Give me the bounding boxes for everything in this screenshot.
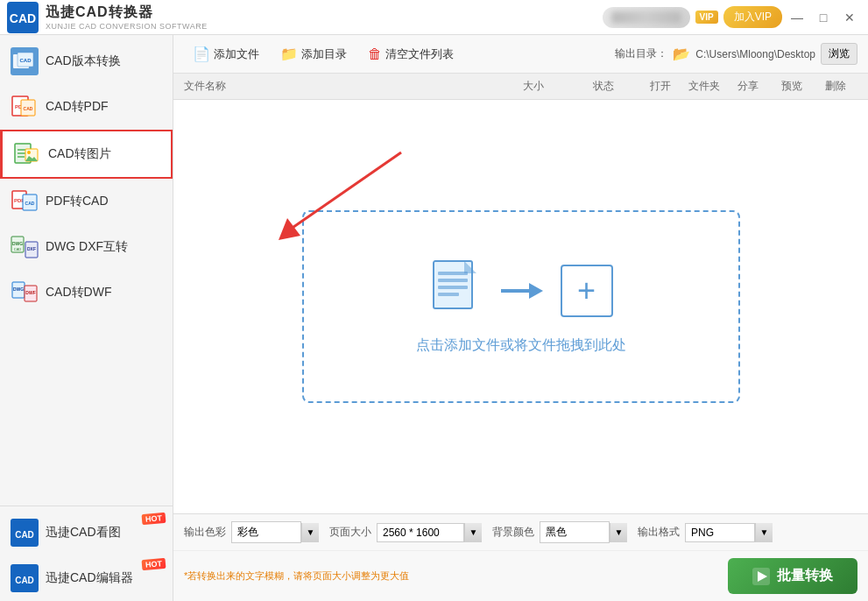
sidebar-item-dwg-dxf[interactable]: DWG CAD DXF DWG DXF互转 xyxy=(0,224,173,270)
cad-editor-icon: CAD xyxy=(11,564,39,592)
right-arrow-icon xyxy=(499,278,543,304)
col-preview-header: 预览 xyxy=(770,79,814,94)
output-format-value: PNG xyxy=(685,523,755,542)
svg-text:DWF: DWF xyxy=(25,290,35,295)
svg-rect-39 xyxy=(438,286,468,289)
add-file-icon: 📄 xyxy=(193,46,210,62)
sidebar-item-cad-editor[interactable]: CAD 迅捷CAD编辑器 HOT xyxy=(0,555,173,601)
col-folder-header: 文件夹 xyxy=(682,79,726,94)
bg-color-dropdown-arrow[interactable]: ▼ xyxy=(610,523,627,542)
plus-icon: + xyxy=(577,275,596,307)
dwg-dxf-icon: DWG CAD DXF xyxy=(11,233,39,261)
bg-color-select[interactable]: 黑色 ▼ xyxy=(540,521,627,543)
hint-text: *若转换出来的文字模糊，请将页面大小调整为更大值 xyxy=(184,569,409,583)
color-setting-group: 输出色彩 彩色 ▼ xyxy=(184,521,319,543)
sidebar-item-cad-viewer[interactable]: CAD 迅捷CAD看图 HOT xyxy=(0,510,173,555)
cad-viewer-icon: CAD xyxy=(11,519,39,547)
bottom-action: *若转换出来的文字模糊，请将页面大小调整为更大值 批量转换 xyxy=(173,551,868,601)
app-logo: CAD xyxy=(7,2,39,33)
sidebar-item-dwg-dxf-label: DWG DXF互转 xyxy=(46,239,128,255)
bottom-settings: 输出色彩 彩色 ▼ 页面大小 2560 * 1600 ▼ 背景颜色 xyxy=(173,514,868,551)
svg-text:DXF: DXF xyxy=(27,246,36,251)
bg-color-value: 黑色 xyxy=(540,521,610,543)
page-size-dropdown-arrow[interactable]: ▼ xyxy=(464,523,482,542)
output-format-select[interactable]: PNG ▼ xyxy=(685,523,773,542)
svg-rect-38 xyxy=(438,279,468,282)
cad-dwf-icon: DWG DWF xyxy=(11,279,39,307)
col-delete-header: 删除 xyxy=(814,79,857,94)
drop-zone[interactable]: + 点击添加文件或将文件拖拽到此处 xyxy=(302,210,740,403)
output-format-dropdown-arrow[interactable]: ▼ xyxy=(755,523,773,542)
col-status-header: 状态 xyxy=(568,79,639,94)
maximize-button[interactable]: □ xyxy=(812,6,835,29)
svg-text:DWG: DWG xyxy=(12,241,23,246)
sidebar-item-cad-dwf-label: CAD转DWF xyxy=(46,285,111,300)
page-size-label: 页面大小 xyxy=(329,525,371,540)
col-share-header: 分享 xyxy=(726,79,770,94)
add-file-label: 添加文件 xyxy=(214,46,259,62)
color-label: 输出色彩 xyxy=(184,525,226,540)
color-select[interactable]: 彩色 ▼ xyxy=(231,521,319,543)
main-layout: CAD CAD版本转换 PDF CAD CAD转PDF xyxy=(0,35,868,601)
col-name-header: 文件名称 xyxy=(184,79,498,94)
color-value: 彩色 xyxy=(231,521,301,543)
page-size-select[interactable]: 2560 * 1600 ▼ xyxy=(377,523,482,542)
clear-list-button[interactable]: 🗑 清空文件列表 xyxy=(359,42,462,67)
sidebar-item-cad-version-label: CAD版本转换 xyxy=(46,53,121,69)
output-format-label: 输出格式 xyxy=(638,525,680,540)
browse-button[interactable]: 浏览 xyxy=(821,43,857,65)
sidebar-item-pdf-cad[interactable]: PDF CAD PDF转CAD xyxy=(0,179,173,224)
clear-list-icon: 🗑 xyxy=(368,46,382,62)
add-folder-icon: 📁 xyxy=(280,46,298,62)
bg-color-setting-group: 背景颜色 黑色 ▼ xyxy=(492,521,627,543)
svg-text:CAD: CAD xyxy=(24,106,33,111)
sidebar-item-cad-editor-label: 迅捷CAD编辑器 xyxy=(46,570,133,586)
output-dir-label: 输出目录： xyxy=(615,46,667,61)
sidebar-item-cad-version[interactable]: CAD CAD版本转换 xyxy=(0,39,173,84)
page-size-value: 2560 * 1600 xyxy=(377,523,464,542)
hot-badge-viewer: HOT xyxy=(142,513,166,525)
sidebar-spacer xyxy=(0,315,173,506)
svg-rect-37 xyxy=(438,272,468,275)
drop-zone-text: 点击添加文件或将文件拖拽到此处 xyxy=(416,336,626,355)
svg-rect-40 xyxy=(438,293,459,296)
clear-list-label: 清空文件列表 xyxy=(385,46,454,62)
sidebar-bottom: CAD 迅捷CAD看图 HOT CAD 迅捷CAD编辑器 HOT xyxy=(0,506,173,601)
cad-version-icon: CAD xyxy=(11,47,39,75)
col-open-header: 打开 xyxy=(639,79,682,94)
play-icon xyxy=(752,568,770,585)
svg-marker-35 xyxy=(279,218,300,240)
page-size-setting-group: 页面大小 2560 * 1600 ▼ xyxy=(329,523,482,542)
sidebar-item-cad-dwf[interactable]: DWG DWF CAD转DWF xyxy=(0,270,173,315)
plus-icon-box: + xyxy=(561,265,613,317)
file-list-header: 文件名称 大小 状态 打开 文件夹 分享 预览 删除 xyxy=(173,74,868,100)
add-folder-button[interactable]: 📁 添加目录 xyxy=(272,41,356,67)
convert-button[interactable]: 批量转换 xyxy=(728,558,857,594)
hot-badge-editor: HOT xyxy=(142,558,166,570)
svg-text:CAD: CAD xyxy=(15,576,34,585)
title-bar: CAD 迅捷CAD转换器 XUNJIE CAD CONVERSION SOFTW… xyxy=(0,0,868,35)
vip-name-box xyxy=(603,7,690,28)
close-button[interactable]: ✕ xyxy=(838,6,861,29)
svg-marker-43 xyxy=(529,283,543,299)
sidebar-item-cad-img[interactable]: CAD转图片 xyxy=(0,130,173,179)
sidebar-item-cad-img-label: CAD转图片 xyxy=(48,146,111,162)
app-name: 迅捷CAD转换器 xyxy=(46,4,208,22)
sidebar-item-pdf-cad-label: PDF转CAD xyxy=(46,194,109,209)
svg-text:CAD: CAD xyxy=(15,530,34,540)
bottom-bar: 输出色彩 彩色 ▼ 页面大小 2560 * 1600 ▼ 背景颜色 xyxy=(173,513,868,601)
join-vip-button[interactable]: 加入VIP xyxy=(723,6,782,28)
svg-text:CAD: CAD xyxy=(25,201,35,206)
title-controls: VIP 加入VIP — □ ✕ xyxy=(603,0,861,34)
drop-zone-container: + 点击添加文件或将文件拖拽到此处 xyxy=(173,100,868,513)
minimize-button[interactable]: — xyxy=(786,6,808,29)
cad-pdf-icon: PDF CAD xyxy=(11,93,39,121)
output-path: C:\Users\Mloong\Desktop xyxy=(695,48,815,60)
add-file-button[interactable]: 📄 添加文件 xyxy=(184,41,268,67)
content-area: 📄 添加文件 📁 添加目录 🗑 清空文件列表 输出目录： 📂 C:\Users\… xyxy=(173,35,868,601)
vip-bar: VIP 加入VIP xyxy=(603,6,782,28)
svg-rect-13 xyxy=(18,156,25,158)
vip-name-blur xyxy=(611,11,681,24)
color-dropdown-arrow[interactable]: ▼ xyxy=(301,523,319,542)
sidebar-item-cad-pdf[interactable]: PDF CAD CAD转PDF xyxy=(0,84,173,130)
